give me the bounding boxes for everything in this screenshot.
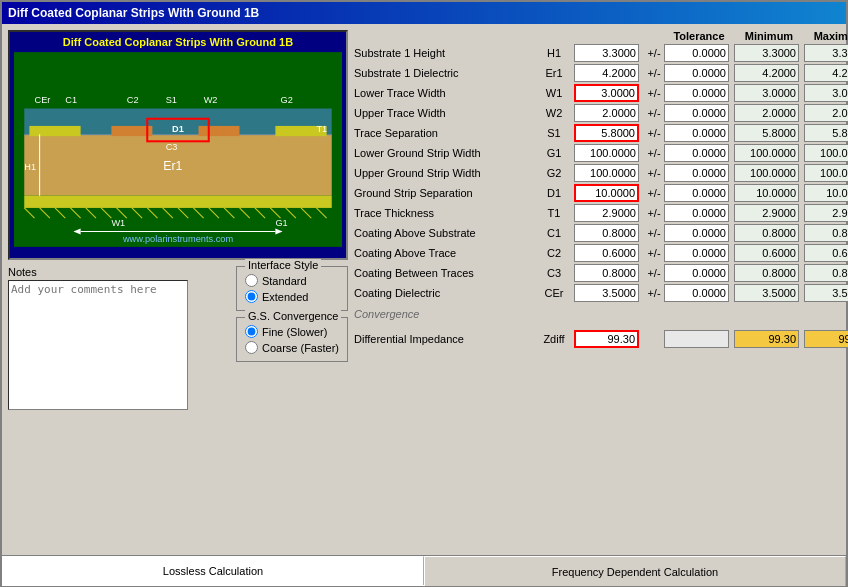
param-min-4[interactable]	[734, 124, 799, 142]
param-label-1: Substrate 1 Dielectric	[354, 67, 534, 79]
param-value-7[interactable]	[574, 184, 639, 202]
gs-convergence-title: G.S. Convergence	[245, 310, 342, 322]
param-row: Lower Trace Width W1 +/-	[354, 84, 848, 102]
header-maximum: Maximum	[804, 30, 848, 42]
param-tolerance-5[interactable]	[664, 144, 729, 162]
param-pm-1: +/-	[644, 67, 664, 79]
param-value-10[interactable]	[574, 244, 639, 262]
param-value-6[interactable]	[574, 164, 639, 182]
param-max-7[interactable]	[804, 184, 848, 202]
param-min-1[interactable]	[734, 64, 799, 82]
radio-extended[interactable]: Extended	[245, 290, 339, 303]
param-max-1[interactable]	[804, 64, 848, 82]
header-row: Tolerance Minimum Maximum	[354, 30, 848, 42]
param-value-1[interactable]	[574, 64, 639, 82]
param-tolerance-2[interactable]	[664, 84, 729, 102]
param-value-8[interactable]	[574, 204, 639, 222]
param-label-10: Coating Above Trace	[354, 247, 534, 259]
radio-fine[interactable]: Fine (Slower)	[245, 325, 339, 338]
param-tolerance-0[interactable]	[664, 44, 729, 62]
param-pm-7: +/-	[644, 187, 664, 199]
param-max-4[interactable]	[804, 124, 848, 142]
param-max-9[interactable]	[804, 224, 848, 242]
param-symbol-8: T1	[534, 207, 574, 219]
param-value-11[interactable]	[574, 264, 639, 282]
impedance-max[interactable]	[804, 330, 848, 348]
diagram-svg: Er1	[14, 52, 342, 247]
param-tolerance-10[interactable]	[664, 244, 729, 262]
param-max-6[interactable]	[804, 164, 848, 182]
param-pm-9: +/-	[644, 227, 664, 239]
param-label-7: Ground Strip Separation	[354, 187, 534, 199]
param-tolerance-9[interactable]	[664, 224, 729, 242]
param-pm-5: +/-	[644, 147, 664, 159]
param-min-7[interactable]	[734, 184, 799, 202]
param-min-5[interactable]	[734, 144, 799, 162]
param-min-3[interactable]	[734, 104, 799, 122]
param-max-10[interactable]	[804, 244, 848, 262]
param-max-5[interactable]	[804, 144, 848, 162]
radio-standard-input[interactable]	[245, 274, 258, 287]
param-label-12: Coating Dielectric	[354, 287, 534, 299]
param-tolerance-3[interactable]	[664, 104, 729, 122]
param-row: Coating Between Traces C3 +/-	[354, 264, 848, 282]
radio-extended-input[interactable]	[245, 290, 258, 303]
param-value-3[interactable]	[574, 104, 639, 122]
radio-coarse-label: Coarse (Faster)	[262, 342, 339, 354]
params-container: Substrate 1 Height H1 +/- Calculate Subs…	[354, 44, 848, 304]
param-value-2[interactable]	[574, 84, 639, 102]
param-label-9: Coating Above Substrate	[354, 227, 534, 239]
param-tolerance-12[interactable]	[664, 284, 729, 302]
impedance-tolerance[interactable]	[664, 330, 729, 348]
header-label-col	[354, 30, 534, 42]
param-min-11[interactable]	[734, 264, 799, 282]
radio-fine-input[interactable]	[245, 325, 258, 338]
param-max-8[interactable]	[804, 204, 848, 222]
param-label-4: Trace Separation	[354, 127, 534, 139]
param-value-12[interactable]	[574, 284, 639, 302]
param-min-8[interactable]	[734, 204, 799, 222]
param-row: Upper Ground Strip Width G2 +/-	[354, 164, 848, 182]
param-symbol-3: W2	[534, 107, 574, 119]
param-max-0[interactable]	[804, 44, 848, 62]
param-label-3: Upper Trace Width	[354, 107, 534, 119]
param-max-12[interactable]	[804, 284, 848, 302]
param-tolerance-7[interactable]	[664, 184, 729, 202]
param-max-11[interactable]	[804, 264, 848, 282]
radio-standard[interactable]: Standard	[245, 274, 339, 287]
svg-text:W2: W2	[204, 95, 218, 105]
notes-box: Notes	[8, 266, 230, 549]
svg-text:G2: G2	[281, 95, 293, 105]
svg-text:W1: W1	[111, 218, 125, 228]
title-bar: Diff Coated Coplanar Strips With Ground …	[2, 2, 846, 24]
param-min-6[interactable]	[734, 164, 799, 182]
param-value-4[interactable]	[574, 124, 639, 142]
tab-frequency[interactable]: Frequency Dependent Calculation	[424, 556, 846, 586]
param-value-9[interactable]	[574, 224, 639, 242]
tab-lossless[interactable]: Lossless Calculation	[2, 556, 424, 586]
param-max-2[interactable]	[804, 84, 848, 102]
param-min-2[interactable]	[734, 84, 799, 102]
param-min-0[interactable]	[734, 44, 799, 62]
param-symbol-2: W1	[534, 87, 574, 99]
param-value-5[interactable]	[574, 144, 639, 162]
param-label-8: Trace Thickness	[354, 207, 534, 219]
notes-textarea[interactable]	[8, 280, 188, 410]
param-min-10[interactable]	[734, 244, 799, 262]
param-tolerance-6[interactable]	[664, 164, 729, 182]
param-pm-3: +/-	[644, 107, 664, 119]
param-max-3[interactable]	[804, 104, 848, 122]
radio-coarse[interactable]: Coarse (Faster)	[245, 341, 339, 354]
param-value-0[interactable]	[574, 44, 639, 62]
param-tolerance-1[interactable]	[664, 64, 729, 82]
radio-coarse-input[interactable]	[245, 341, 258, 354]
param-min-9[interactable]	[734, 224, 799, 242]
param-tolerance-4[interactable]	[664, 124, 729, 142]
impedance-value-input[interactable]	[574, 330, 639, 348]
impedance-min[interactable]	[734, 330, 799, 348]
svg-text:C1: C1	[65, 95, 77, 105]
param-symbol-10: C2	[534, 247, 574, 259]
param-tolerance-8[interactable]	[664, 204, 729, 222]
param-min-12[interactable]	[734, 284, 799, 302]
param-tolerance-11[interactable]	[664, 264, 729, 282]
